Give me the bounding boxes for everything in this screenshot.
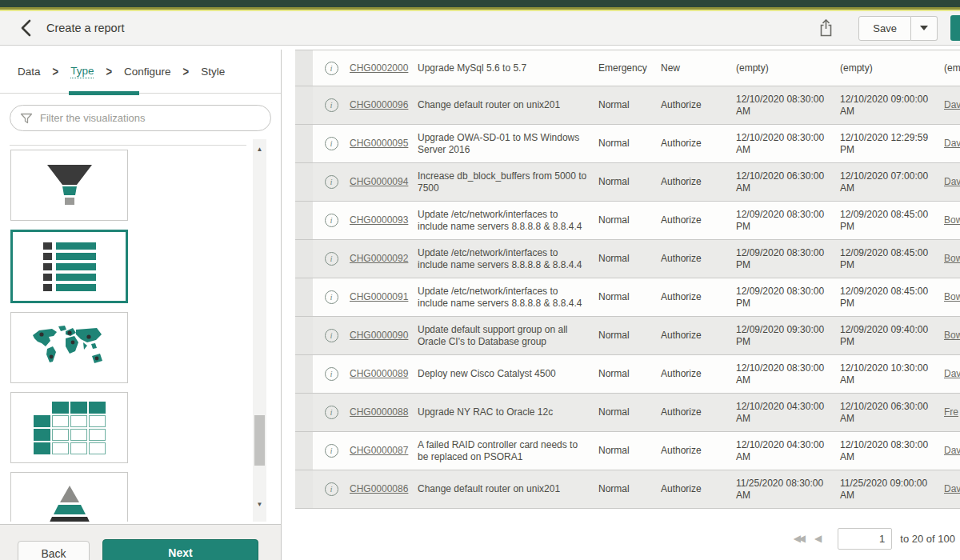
priority-cell: Normal (598, 240, 661, 278)
end-date-cell: 12/10/2020 06:30:00 AM (840, 394, 944, 431)
world-map-icon (28, 324, 111, 372)
breadcrumb-step-configure[interactable]: Configure (124, 66, 171, 78)
share-icon[interactable] (814, 16, 838, 40)
record-number-link[interactable]: CHG0000088 (350, 406, 408, 418)
record-number-link[interactable]: CHG0000095 (350, 138, 408, 150)
priority-cell: Normal (598, 163, 661, 201)
record-number-link[interactable]: CHG0002000 (350, 62, 408, 74)
info-icon[interactable]: i (325, 252, 338, 266)
priority-cell: Normal (598, 86, 661, 124)
start-date-cell: 12/10/2020 04:30:00 AM (736, 432, 840, 470)
row-gutter (295, 163, 313, 201)
info-icon[interactable]: i (325, 406, 338, 419)
save-dropdown-button[interactable] (911, 16, 938, 41)
viz-thumbnail-pivot-table[interactable] (10, 392, 128, 463)
short-description-cell: Deploy new Cisco Catalyst 4500 (418, 355, 598, 393)
assigned-to-cell[interactable]: Bow (944, 253, 960, 265)
record-number-link[interactable]: CHG0000093 (350, 214, 408, 226)
end-date-cell: 11/25/2020 09:00:00 AM (840, 470, 944, 508)
record-number-link[interactable]: CHG0000094 (350, 176, 408, 188)
table-row: i CHG0000091 Update /etc/network/interfa… (295, 278, 960, 317)
pivot-table-icon (34, 402, 106, 454)
row-gutter (295, 202, 313, 239)
back-button[interactable]: Back (18, 541, 90, 560)
info-icon[interactable]: i (325, 175, 338, 189)
record-number-link[interactable]: CHG0000096 (350, 99, 408, 111)
breadcrumb-step-data[interactable]: Data (18, 66, 41, 78)
end-date-cell: 12/10/2020 10:30:00 AM (840, 355, 944, 393)
scrollbar-thumb[interactable] (254, 415, 265, 466)
end-date-cell: (empty) (840, 50, 944, 86)
pyramid-chart-icon (44, 486, 95, 522)
short-description-cell: Update /etc/network/interfaces to includ… (418, 240, 598, 278)
save-button[interactable]: Save (858, 16, 911, 41)
info-icon[interactable]: i (325, 62, 338, 75)
state-cell: Authorize (661, 163, 736, 201)
table-row: i CHG0000095 Upgrade OWA-SD-01 to MS Win… (295, 125, 960, 163)
assigned-to-cell[interactable]: Bow (944, 330, 960, 342)
record-number-link[interactable]: CHG0000089 (350, 368, 408, 380)
state-cell: Authorize (661, 240, 736, 278)
info-icon[interactable]: i (325, 482, 338, 496)
info-icon[interactable]: i (325, 137, 338, 150)
short-description-cell: Upgrade MySql 5.6 to 5.7 (418, 50, 598, 86)
info-icon[interactable]: i (325, 290, 338, 304)
assigned-to-cell[interactable]: Bow (944, 291, 960, 303)
short-description-cell: Change default router on unix201 (418, 86, 598, 124)
state-cell: New (661, 50, 736, 86)
table-row: i CHG0000086 Change default router on un… (295, 470, 960, 509)
assigned-to-cell[interactable]: Dav (944, 445, 960, 457)
next-button[interactable]: Next (102, 539, 258, 560)
assigned-to-cell[interactable]: Dav (944, 138, 960, 150)
scroll-up-icon[interactable]: ▲ (253, 142, 266, 155)
state-cell: Authorize (661, 202, 736, 239)
record-number-link[interactable]: CHG0000091 (350, 291, 408, 303)
app-header: Create a report Save (0, 11, 960, 46)
info-icon[interactable]: i (325, 329, 338, 342)
record-number-link[interactable]: CHG0000090 (350, 330, 408, 342)
viz-thumbnail-pyramid-chart[interactable] (10, 472, 128, 522)
info-icon[interactable]: i (325, 98, 338, 112)
breadcrumb-step-type[interactable]: Type (70, 65, 94, 78)
visualization-list: ▲ ▼ (0, 139, 281, 522)
edge-teal-button-partial[interactable] (950, 15, 960, 41)
viz-thumbnail-world-map[interactable] (10, 312, 128, 383)
assigned-to-cell[interactable]: Fre (944, 406, 958, 418)
viz-thumbnail-list[interactable] (10, 230, 128, 303)
record-number-link[interactable]: CHG0000087 (350, 445, 408, 457)
info-icon[interactable]: i (325, 367, 338, 381)
row-gutter (295, 240, 313, 278)
info-icon[interactable]: i (325, 214, 338, 227)
page-number-input[interactable] (838, 528, 892, 550)
row-gutter (295, 355, 313, 393)
page-title: Create a report (46, 22, 125, 34)
scroll-down-icon[interactable]: ▼ (253, 498, 266, 510)
breadcrumb: Data > Type > Configure > Style (0, 50, 281, 94)
state-cell: Authorize (661, 125, 736, 162)
end-date-cell: 12/10/2020 12:29:59 PM (840, 125, 944, 162)
start-date-cell: 12/10/2020 04:30:00 AM (736, 394, 840, 431)
viz-list-scrollbar[interactable]: ▲ ▼ (253, 139, 266, 522)
chevron-right-icon: > (53, 64, 59, 79)
breadcrumb-step-style[interactable]: Style (201, 66, 225, 78)
record-number-link[interactable]: CHG0000092 (350, 253, 408, 265)
visualization-filter-input[interactable] (40, 112, 261, 124)
assigned-to-cell[interactable]: Dav (944, 99, 960, 111)
assigned-to-cell[interactable]: Dav (944, 368, 960, 380)
start-date-cell: 12/09/2020 08:30:00 PM (736, 240, 840, 278)
start-date-cell: (empty) (736, 50, 840, 86)
short-description-cell: Update /etc/network/interfaces to includ… (418, 278, 598, 316)
record-number-link[interactable]: CHG0000086 (350, 483, 408, 495)
back-chevron-icon[interactable] (16, 18, 35, 38)
table-row: i CHG0000096 Change default router on un… (295, 86, 960, 125)
assigned-to-cell[interactable]: Dav (944, 483, 960, 495)
first-page-icon[interactable]: ◀◀ (794, 533, 803, 544)
assigned-to-cell[interactable]: Dav (944, 176, 960, 188)
priority-cell: Normal (598, 355, 661, 393)
table-row: i CHG0000089 Deploy new Cisco Catalyst 4… (295, 355, 960, 394)
start-date-cell: 12/10/2020 06:30:00 AM (736, 163, 840, 201)
info-icon[interactable]: i (325, 444, 338, 458)
assigned-to-cell[interactable]: Bow (944, 214, 960, 226)
previous-page-icon[interactable]: ◀ (814, 533, 822, 544)
viz-thumbnail-funnel-chart[interactable] (10, 150, 128, 221)
